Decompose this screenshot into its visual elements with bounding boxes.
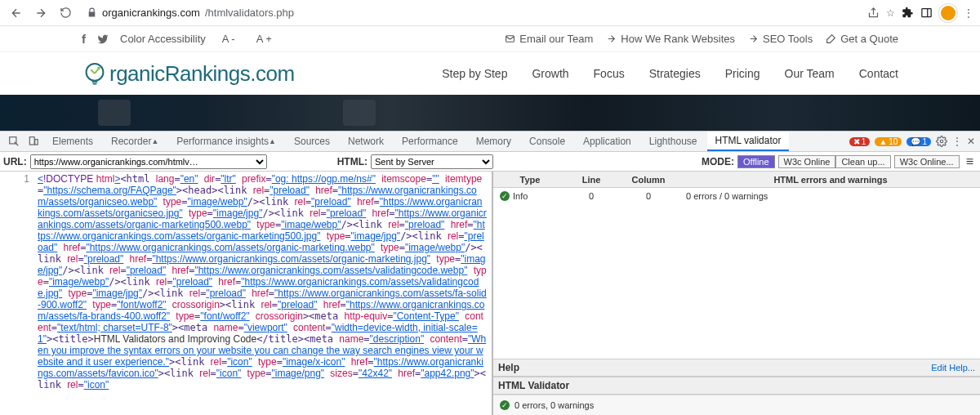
svg-rect-0 xyxy=(922,9,931,17)
col-column: Column xyxy=(616,175,681,185)
validator-title: HTML Validator xyxy=(498,380,569,391)
main-nav: Step by Step Growth Focus Strategies Pri… xyxy=(442,67,898,80)
back-button[interactable] xyxy=(7,3,26,23)
ok-icon: ✓ xyxy=(500,400,510,410)
nav-our-team[interactable]: Our Team xyxy=(785,67,835,80)
nav-focus[interactable]: Focus xyxy=(594,67,625,80)
email-team-link[interactable]: Email our Team xyxy=(505,33,593,45)
validator-title-bar: HTML Validator xyxy=(493,377,980,395)
site-utility-bar: f Color Accessibility A - A + Email our … xyxy=(0,26,980,52)
tab-performance[interactable]: Performance xyxy=(394,132,466,151)
help-bar: Help Edit Help... xyxy=(493,359,980,377)
edit-help-link[interactable]: Edit Help... xyxy=(931,363,975,373)
browser-toolbar: organicrankings.com/htmlvalidators.php ☆… xyxy=(0,0,980,26)
logo-text: rganicRankings.com xyxy=(109,61,295,87)
inspect-icon[interactable] xyxy=(5,136,23,147)
row-column: 0 xyxy=(616,191,681,201)
nav-growth[interactable]: Growth xyxy=(532,67,568,80)
zoom-in-button[interactable]: A + xyxy=(252,31,277,47)
color-accessibility-link[interactable]: Color Accessibility xyxy=(120,33,206,45)
row-line: 0 xyxy=(567,191,616,201)
tab-memory[interactable]: Memory xyxy=(468,132,519,151)
extensions-icon[interactable] xyxy=(902,7,914,19)
col-message: HTML errors and warnings xyxy=(681,175,980,185)
profile-avatar[interactable] xyxy=(939,4,957,22)
star-icon[interactable]: ☆ xyxy=(886,7,895,19)
w3c-online-button[interactable]: W3c Online... xyxy=(894,155,960,168)
gear-icon[interactable] xyxy=(936,136,947,147)
summary-text: 0 errors, 0 warnings xyxy=(514,400,594,410)
source-pane: 1 <!DOCTYPE html><html lang="en" dir="lt… xyxy=(0,172,493,415)
reload-button[interactable] xyxy=(56,3,75,23)
tab-console[interactable]: Console xyxy=(521,132,573,151)
how-rank-label: How We Rank Websites xyxy=(621,33,735,45)
mode-offline-button[interactable]: Offline xyxy=(737,155,775,168)
kebab-icon[interactable]: ⋮ xyxy=(952,136,962,147)
address-bar[interactable]: organicrankings.com/htmlvalidators.php xyxy=(80,7,862,19)
line-number: 1 xyxy=(0,173,29,185)
mode-w3c-button[interactable]: W3c Online xyxy=(778,155,836,168)
url-path: /htmlvalidators.php xyxy=(205,7,294,19)
row-message: 0 errors / 0 warnings xyxy=(681,191,980,201)
tab-recorder[interactable]: Recorder ▲ xyxy=(103,132,167,151)
facebook-icon[interactable]: f xyxy=(82,32,86,46)
nav-pricing[interactable]: Pricing xyxy=(725,67,760,80)
source-code[interactable]: <!DOCTYPE html><html lang="en" dir="ltr"… xyxy=(36,172,492,415)
error-count-badge[interactable]: ✖ 1 xyxy=(849,137,871,146)
col-line: Line xyxy=(567,175,616,185)
email-team-label: Email our Team xyxy=(519,33,593,45)
validator-toolbar: URL: https://www.organicrankings.com/htm… xyxy=(0,152,980,172)
tab-elements[interactable]: Elements xyxy=(44,132,101,151)
how-rank-link[interactable]: How We Rank Websites xyxy=(606,33,735,45)
svg-rect-4 xyxy=(29,137,34,145)
cleanup-button[interactable]: Clean up... xyxy=(835,155,890,168)
url-host: organicrankings.com xyxy=(102,7,200,19)
nav-step-by-step[interactable]: Step by Step xyxy=(442,67,507,80)
twitter-icon[interactable] xyxy=(97,33,109,45)
quote-label: Get a Quote xyxy=(840,33,898,45)
svg-rect-5 xyxy=(35,140,38,145)
ok-icon: ✓ xyxy=(500,191,510,201)
quote-link[interactable]: Get a Quote xyxy=(826,33,898,45)
warning-count-badge[interactable]: ▲ 10 xyxy=(875,137,902,146)
tab-lighthouse[interactable]: Lighthouse xyxy=(641,132,706,151)
tab-performance-insights[interactable]: Performance insights ▲ xyxy=(168,132,284,151)
close-devtools-icon[interactable]: ✕ xyxy=(967,136,975,147)
share-icon[interactable] xyxy=(867,7,880,19)
lock-icon xyxy=(87,7,97,18)
col-type: Type xyxy=(493,175,567,185)
url-select[interactable]: https://www.organicrankings.com/htmlv… xyxy=(30,154,267,169)
help-title: Help xyxy=(498,362,519,373)
nav-strategies[interactable]: Strategies xyxy=(649,67,701,80)
tab-application[interactable]: Application xyxy=(575,132,639,151)
nav-contact[interactable]: Contact xyxy=(859,67,898,80)
info-count-badge[interactable]: 💬 1 xyxy=(906,137,931,146)
menu-icon[interactable]: ⋮ xyxy=(964,7,973,19)
seo-tools-link[interactable]: SEO Tools xyxy=(748,33,813,45)
svg-point-6 xyxy=(940,140,943,143)
forward-button[interactable] xyxy=(31,3,51,23)
tab-network[interactable]: Network xyxy=(340,132,392,151)
url-label: URL: xyxy=(3,156,27,167)
results-row[interactable]: ✓Info 0 0 0 errors / 0 warnings xyxy=(493,188,980,204)
devtools-tabstrip: Elements Recorder ▲ Performance insights… xyxy=(0,131,980,152)
html-label: HTML: xyxy=(337,156,368,167)
panel-icon[interactable] xyxy=(920,7,933,19)
tab-html-validator[interactable]: HTML validator xyxy=(707,132,790,151)
device-toggle-icon[interactable] xyxy=(24,136,42,147)
line-gutter: 1 xyxy=(0,172,36,415)
results-header: Type Line Column HTML errors and warning… xyxy=(493,172,980,188)
results-pane: Type Line Column HTML errors and warning… xyxy=(493,172,980,415)
html-select[interactable]: Sent by Server xyxy=(371,154,493,169)
hamburger-icon[interactable]: ≡ xyxy=(963,154,977,169)
hero-image xyxy=(0,95,980,131)
seo-tools-label: SEO Tools xyxy=(763,33,813,45)
site-logo[interactable]: rganicRankings.com xyxy=(82,60,295,87)
validator-panes: 1 <!DOCTYPE html><html lang="en" dir="lt… xyxy=(0,172,980,415)
zoom-out-button[interactable]: A - xyxy=(217,31,240,47)
row-type: Info xyxy=(513,191,528,201)
tab-sources[interactable]: Sources xyxy=(286,132,338,151)
site-header: rganicRankings.com Step by Step Growth F… xyxy=(0,52,980,95)
summary-row: ✓ 0 errors, 0 warnings xyxy=(493,395,980,415)
logo-bulb-icon xyxy=(82,60,108,87)
